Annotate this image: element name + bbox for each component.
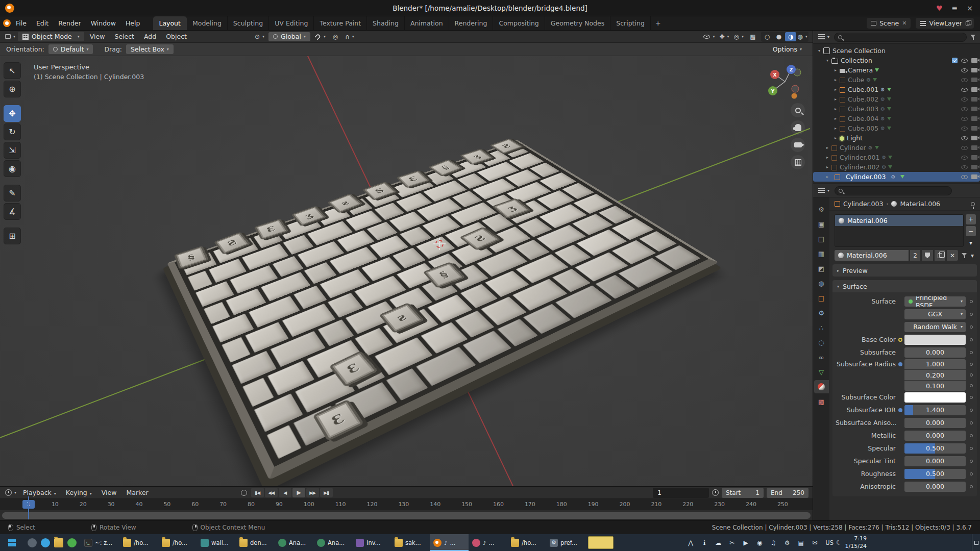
disable-render-icon[interactable] [971, 116, 977, 121]
subsurface-radius-y-field[interactable]: 0.200 [904, 370, 966, 380]
disable-render-icon[interactable] [971, 126, 977, 131]
hide-viewport-icon[interactable] [961, 59, 968, 63]
taskbar-app-inventory[interactable]: Inv... [352, 534, 391, 551]
disclosure-arrow[interactable]: ▸ [824, 145, 830, 150]
hide-viewport-icon[interactable] [961, 156, 968, 160]
tab-material[interactable] [814, 380, 829, 393]
animate-dot[interactable] [970, 447, 973, 450]
disable-render-icon[interactable] [971, 136, 977, 140]
animate-dot[interactable] [970, 338, 973, 341]
hide-viewport-icon[interactable] [961, 88, 968, 92]
base-color-swatch[interactable] [904, 335, 966, 345]
animate-dot[interactable] [970, 373, 973, 377]
hide-viewport-icon[interactable] [961, 127, 968, 131]
tab-physics[interactable]: ◌ [814, 336, 829, 349]
filter-icon[interactable] [962, 253, 967, 258]
perspective-toggle-button[interactable] [791, 155, 805, 169]
slot-specials-button[interactable]: ▾ [966, 238, 976, 248]
scale-tool[interactable]: ⇲ [4, 142, 21, 159]
taskbar-app-files-2[interactable]: /ho... [158, 534, 197, 551]
outliner-row-collection[interactable]: ▾Collection [813, 56, 980, 65]
taskbar-app-files-1[interactable]: /ho... [119, 534, 158, 551]
disclosure-arrow[interactable]: ▸ [832, 136, 839, 140]
tab-compositing[interactable]: Compositing [493, 16, 545, 30]
select-box-tool[interactable]: ↖ [4, 62, 21, 79]
new-material-button[interactable] [935, 250, 945, 261]
window-menu-icon[interactable]: ≡ [952, 4, 958, 12]
axis-negx-ball[interactable] [792, 85, 799, 92]
measure-tool[interactable]: ∡ [4, 203, 21, 220]
tab-texture-paint[interactable]: Texture Paint [314, 16, 367, 30]
animate-dot[interactable] [970, 325, 973, 329]
orientation-setting-dropdown[interactable]: Default [48, 44, 93, 54]
outliner-row-scene-collection[interactable]: ▾Scene Collection [813, 46, 980, 56]
menu-edit[interactable]: Edit [32, 17, 53, 29]
tab-constraints[interactable]: ∞ [814, 350, 829, 364]
zoom-button[interactable] [791, 103, 805, 117]
outliner-row-cylinder[interactable]: ▸Cylinder⚙ [813, 143, 980, 153]
tray-snip-icon[interactable]: ✂ [728, 539, 736, 546]
timeline-track[interactable] [0, 510, 813, 520]
disclosure-arrow[interactable]: ▸ [832, 116, 839, 121]
tab-animation[interactable]: Animation [405, 16, 449, 30]
browser-quick-icon[interactable] [41, 538, 50, 547]
object-type-visibility-button[interactable] [702, 32, 716, 41]
taskbar-app-image-viewer[interactable]: wall... [197, 534, 236, 551]
tab-modifiers[interactable]: ⚙ [814, 306, 829, 319]
tray-chevron-icon[interactable]: ⋀ [687, 539, 695, 546]
roughness-slider[interactable]: 0.500 [904, 469, 966, 479]
disable-render-icon[interactable] [971, 97, 977, 102]
disable-render-icon[interactable] [971, 145, 977, 150]
disclosure-arrow[interactable]: ▸ [832, 68, 839, 72]
jump-to-end-button[interactable]: ▶▮ [320, 488, 333, 497]
search-quick-icon[interactable] [28, 538, 37, 547]
subsurface-color-swatch[interactable] [904, 392, 966, 403]
animate-dot[interactable] [970, 472, 973, 475]
disclosure-arrow[interactable]: ▸ [832, 87, 839, 92]
tab-world[interactable]: ◍ [814, 277, 829, 290]
tab-object-data[interactable]: ▽ [814, 365, 829, 379]
breadcrumb-object[interactable]: Cylinder.003 [843, 200, 883, 208]
material-slot-item[interactable]: Material.006 [835, 215, 963, 226]
add-cube-tool[interactable]: ⊞ [4, 228, 21, 244]
drag-setting-dropdown[interactable]: Select Box [126, 44, 174, 54]
material-specials-button[interactable]: ▾ [969, 251, 976, 260]
menu-window[interactable]: Window [86, 17, 120, 29]
unlink-scene-icon[interactable]: ✕ [902, 20, 906, 27]
menu-view[interactable]: View [86, 32, 109, 41]
menu-marker[interactable]: Marker [122, 488, 153, 497]
outliner-row-cylinder-002[interactable]: ▸Cylinder.002⚙ [813, 162, 980, 172]
shading-material-button[interactable]: ◑ [785, 32, 796, 41]
add-workspace-button[interactable]: + [651, 16, 666, 30]
new-view-layer-icon[interactable] [966, 21, 969, 26]
collection-checkbox[interactable] [952, 58, 958, 63]
editor-type-button[interactable] [4, 32, 16, 41]
tray-record-icon[interactable]: ◉ [755, 539, 764, 546]
disclosure-arrow[interactable]: ▸ [832, 97, 839, 102]
hide-viewport-icon[interactable] [961, 175, 968, 179]
menu-playback[interactable]: Playback [19, 488, 60, 497]
menu-render[interactable]: Render [54, 17, 86, 29]
animate-dot[interactable] [970, 485, 973, 488]
pan-button[interactable] [791, 120, 805, 135]
outliner-search[interactable] [834, 33, 967, 42]
hide-viewport-icon[interactable] [961, 68, 968, 72]
menu-select[interactable]: Select [110, 32, 138, 41]
moon-icon[interactable] [836, 539, 842, 546]
shading-solid-button[interactable]: ● [773, 32, 785, 41]
menu-view-timeline[interactable]: View [97, 488, 121, 497]
navigation-gizmo[interactable]: X Z Y [762, 58, 808, 105]
users-count-badge[interactable]: 2 [910, 250, 920, 261]
outliner-row-cube-004[interactable]: ▸Cube.004⚙ [813, 114, 980, 123]
timeline-scrollbar[interactable] [2, 512, 811, 519]
tray-mail-icon[interactable]: ✉ [811, 539, 819, 546]
animate-dot[interactable] [970, 421, 973, 424]
gizmos-toggle-button[interactable]: ✥ [718, 32, 730, 41]
tray-cloud-icon[interactable]: ☁ [714, 539, 722, 546]
auto-keyframe-clock-icon[interactable] [712, 489, 719, 496]
metallic-slider[interactable]: 0.000 [904, 431, 966, 441]
subsurface-aniso-slider[interactable]: 0.000 [904, 418, 966, 428]
tab-view-layer[interactable]: ▦ [814, 247, 829, 260]
app-quick-icon[interactable] [67, 538, 77, 547]
axis-extra-ball[interactable] [792, 93, 797, 99]
